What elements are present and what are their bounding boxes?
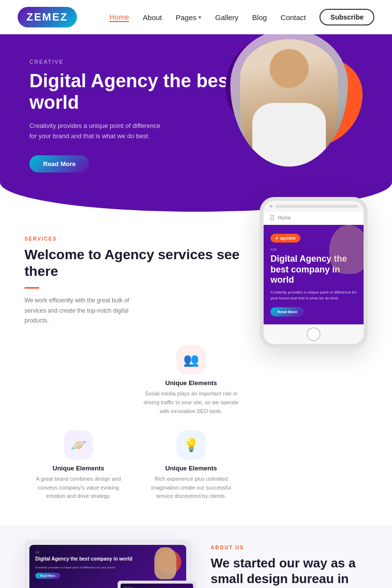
about-right: ABOUT US We started our way as a small d…	[211, 540, 368, 588]
phone-hamburger-icon: ☰	[270, 215, 275, 221]
hero-cta-button[interactable]: Read More	[29, 155, 89, 172]
services-left: SERVICES Welcome to Agency services see …	[24, 226, 245, 506]
service-card-1: 👥 Unique Elements Social media plays an …	[137, 340, 245, 420]
service-icon-3: 💡	[176, 430, 206, 460]
service-card-desc-2: A great brand combines design and convey…	[29, 475, 127, 501]
phone-logo-text: upmine	[280, 236, 295, 241]
subscribe-button[interactable]: Subscribe	[319, 9, 374, 25]
service-icon-2: 🪐	[64, 430, 93, 460]
hero-image-area	[220, 29, 372, 191]
phone-top-bar	[264, 201, 364, 212]
hero-person-silhouette	[240, 39, 338, 167]
phone-hero-section: ● upmine IVE Digital Agency the best com…	[264, 225, 364, 324]
nav-pages[interactable]: Pages ▾	[176, 13, 202, 22]
phone-address-bar: ☰ Home	[264, 212, 364, 225]
service-cards-grid: 👥 Unique Elements Social media plays an …	[24, 340, 245, 506]
hero-photo	[230, 29, 348, 167]
nav-links: Home About Pages ▾ Gallery Blog Contact …	[109, 9, 374, 25]
about-title: We started our way as a small design bur…	[211, 555, 368, 588]
service-card-3: 💡 Unique Elements Rich experience plus u…	[137, 425, 245, 506]
about-section: IVE Digital Agency the best company in w…	[0, 525, 392, 588]
hero-section: CREATIVE Digital Agency the best company…	[0, 34, 392, 212]
phone-cta-button[interactable]: Read More	[270, 307, 304, 317]
laptop-screen-inner: CREATIVE Digital Agency the best company…	[121, 584, 193, 588]
chevron-down-icon: ▾	[198, 14, 201, 21]
nav-gallery[interactable]: Gallery	[215, 13, 239, 22]
service-card-desc-3: Rich experience plus unlimited imaginati…	[142, 475, 240, 501]
hero-desc: Creativity provides a unique point of di…	[29, 121, 167, 142]
service-card-desc-1: Social media plays an important role in …	[142, 390, 240, 416]
desktop-mockup: IVE Digital Agency the best company in w…	[24, 540, 191, 588]
navbar: ZEMEZ Home About Pages ▾ Gallery Blog Co…	[0, 0, 392, 34]
phone-logo-dot: ●	[275, 236, 278, 241]
logo[interactable]: ZEMEZ	[18, 7, 77, 27]
nav-blog[interactable]: Blog	[252, 13, 267, 22]
services-phone-row: SERVICES Welcome to Agency services see …	[0, 212, 392, 525]
service-card-title-2: Unique Elements	[29, 465, 127, 472]
nav-about[interactable]: About	[143, 13, 162, 22]
nav-home[interactable]: Home	[109, 13, 129, 22]
services-divider	[24, 287, 39, 289]
service-icon-1: 👥	[176, 345, 206, 374]
phone-logo-badge: ● upmine	[270, 234, 300, 243]
services-section: SERVICES Welcome to Agency services see …	[0, 212, 392, 525]
service-card-2: 🪐 Unique Elements A great brand combines…	[24, 425, 132, 506]
phone-bottom-bar	[264, 324, 364, 344]
services-title: Welcome to Agency services see there	[24, 246, 245, 279]
nav-contact[interactable]: Contact	[281, 13, 306, 22]
phone-speaker-bar	[275, 205, 358, 208]
phone-camera-dot	[270, 205, 272, 208]
about-label: ABOUT US	[211, 545, 368, 550]
monitor-person	[154, 547, 176, 579]
service-card-title-1: Unique Elements	[142, 379, 240, 387]
laptop-mockup: CREATIVE Digital Agency the best company…	[118, 581, 196, 588]
laptop-screen: CREATIVE Digital Agency the best company…	[118, 581, 196, 588]
phone-address-text: Home	[278, 215, 291, 220]
phone-mockup: ☰ Home ● upmine IVE Digital Agency the b…	[260, 197, 368, 348]
phone-photo-overlay	[329, 225, 364, 274]
phone-hero-desc: Creativity provides a unique point of di…	[270, 290, 357, 301]
services-label: SERVICES	[24, 236, 245, 242]
service-card-title-3: Unique Elements	[142, 465, 240, 472]
services-desc: We work efficiently with the great bulk …	[24, 295, 132, 325]
phone-home-button[interactable]	[307, 327, 320, 341]
